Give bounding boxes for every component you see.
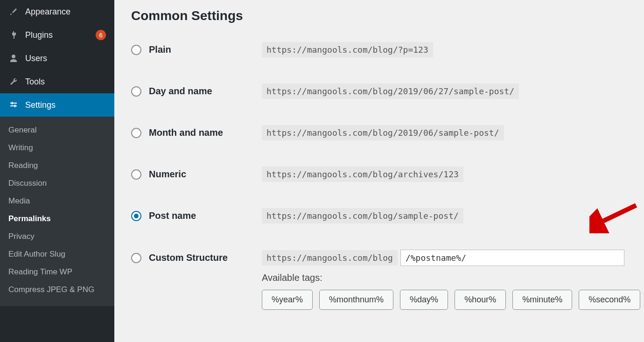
option-label-plain[interactable]: Plain	[131, 44, 262, 55]
permalink-option-plain: Plain https://mangools.com/blog/?p=123	[131, 42, 627, 57]
submenu-item-media[interactable]: Media	[0, 192, 114, 210]
option-url-example: https://mangools.com/blog/archives/123	[262, 167, 463, 182]
submenu-item-general[interactable]: General	[0, 121, 114, 139]
option-label-numeric[interactable]: Numeric	[131, 169, 262, 180]
option-text: Custom Structure	[149, 252, 228, 263]
brush-icon	[8, 7, 19, 17]
update-count-badge: 6	[96, 30, 106, 40]
tag-second-button[interactable]: %second%	[579, 290, 640, 310]
tag-year-button[interactable]: %year%	[262, 290, 313, 310]
submenu-item-writing[interactable]: Writing	[0, 139, 114, 157]
radio-month-name[interactable]	[131, 128, 141, 138]
submenu-item-edit-author-slug[interactable]: Edit Author Slug	[0, 245, 114, 263]
menu-label: Users	[25, 54, 106, 63]
radio-post-name[interactable]	[131, 211, 141, 221]
menu-label: Settings	[25, 100, 106, 110]
admin-sidebar: Appearance Plugins 6 Users Tools Setting…	[0, 0, 114, 342]
radio-day-name[interactable]	[131, 86, 141, 97]
custom-structure-input[interactable]	[400, 250, 624, 266]
option-text: Month and name	[149, 127, 223, 138]
option-text: Numeric	[149, 169, 186, 180]
submenu-item-permalinks[interactable]: Permalinks	[0, 210, 114, 228]
menu-item-appearance[interactable]: Appearance	[0, 0, 114, 23]
radio-plain[interactable]	[131, 45, 141, 55]
radio-custom[interactable]	[131, 253, 141, 263]
tag-monthnum-button[interactable]: %monthnum%	[319, 290, 393, 310]
section-title: Common Settings	[131, 8, 627, 23]
menu-item-users[interactable]: Users	[0, 47, 114, 70]
submenu-item-reading-time-wp[interactable]: Reading Time WP	[0, 263, 114, 281]
option-text: Plain	[149, 44, 171, 55]
permalink-option-custom: Custom Structure https://mangools.com/bl…	[131, 250, 627, 266]
available-tags: %year% %monthnum% %day% %hour% %minute% …	[262, 290, 627, 310]
menu-item-settings[interactable]: Settings	[0, 93, 114, 117]
option-url-example: https://mangools.com/blog/2019/06/sample…	[262, 125, 504, 140]
submenu-item-discussion[interactable]: Discussion	[0, 174, 114, 192]
custom-url-prefix: https://mangools.com/blog	[262, 250, 398, 265]
settings-submenu: General Writing Reading Discussion Media…	[0, 117, 114, 306]
menu-item-tools[interactable]: Tools	[0, 70, 114, 93]
menu-item-plugins[interactable]: Plugins 6	[0, 23, 114, 47]
plug-icon	[8, 30, 19, 40]
available-tags-label: Available tags:	[262, 272, 627, 283]
tag-hour-button[interactable]: %hour%	[455, 290, 506, 310]
submenu-item-compress-jpeg-png[interactable]: Compress JPEG & PNG	[0, 281, 114, 299]
permalink-option-post-name: Post name https://mangools.com/blog/samp…	[131, 208, 627, 223]
option-url-example: https://mangools.com/blog/?p=123	[262, 42, 433, 57]
option-text: Day and name	[149, 86, 212, 97]
option-label-day-name[interactable]: Day and name	[131, 86, 262, 97]
option-label-post-name[interactable]: Post name	[131, 210, 262, 221]
radio-numeric[interactable]	[131, 169, 141, 180]
menu-label: Appearance	[25, 7, 106, 17]
tag-day-button[interactable]: %day%	[400, 290, 448, 310]
submenu-item-reading[interactable]: Reading	[0, 157, 114, 174]
wrench-icon	[8, 77, 19, 87]
permalink-option-month-name: Month and name https://mangools.com/blog…	[131, 125, 627, 140]
sliders-icon	[8, 100, 19, 110]
option-url-example: https://mangools.com/blog/2019/06/27/sam…	[262, 84, 519, 99]
option-text: Post name	[149, 210, 196, 221]
permalink-option-numeric: Numeric https://mangools.com/blog/archiv…	[131, 167, 627, 182]
option-label-month-name[interactable]: Month and name	[131, 127, 262, 138]
permalink-option-day-name: Day and name https://mangools.com/blog/2…	[131, 84, 627, 99]
tag-minute-button[interactable]: %minute%	[512, 290, 572, 310]
option-url-example: https://mangools.com/blog/sample-post/	[262, 208, 463, 223]
user-icon	[8, 53, 19, 63]
submenu-item-privacy[interactable]: Privacy	[0, 228, 114, 245]
menu-label: Plugins	[25, 30, 89, 40]
menu-label: Tools	[25, 77, 106, 87]
settings-content: Common Settings Plain https://mangools.c…	[114, 0, 644, 342]
option-label-custom[interactable]: Custom Structure	[131, 252, 262, 263]
